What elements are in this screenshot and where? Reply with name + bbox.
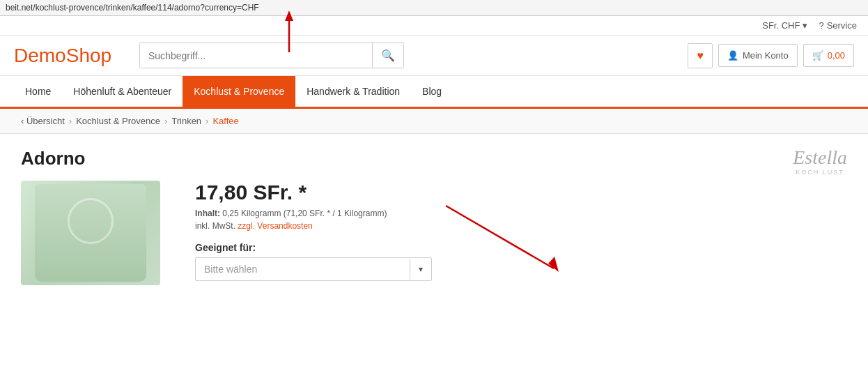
product-left: Adorno 17,80 SFr. * Inhalt: 0,25 Kilogra…	[21, 148, 847, 285]
top-bar: SFr. CHF ▾ ? Service	[0, 16, 868, 36]
service-label: Service	[827, 20, 857, 31]
product-meta-content: Inhalt: 0,25 Kilogramm (71,20 SFr. * / 1…	[195, 209, 847, 218]
content-label: Inhalt:	[195, 209, 220, 218]
question-icon: ?	[819, 20, 823, 31]
breadcrumb: ‹ Übersicht › Kochlust & Provence › Trin…	[0, 109, 868, 134]
brand-logo-sub: KOCH LUST	[793, 169, 847, 176]
breadcrumb-trinken[interactable]: Trinken	[171, 116, 201, 126]
main-nav: Home Höhenluft & Abenteuer Kochlust & Pr…	[0, 76, 868, 109]
header: DemoShop 🔍 ♥ 👤 Mein Konto 🛒 0,00	[0, 36, 868, 76]
nav-item-home[interactable]: Home	[14, 76, 62, 107]
account-button[interactable]: 👤 Mein Konto	[718, 44, 798, 67]
brand-logo-text: Estella	[793, 148, 847, 167]
heart-icon: ♥	[697, 50, 704, 61]
cart-icon: 🛒	[812, 50, 823, 61]
brand-logo: Estella KOCH LUST	[793, 148, 847, 176]
url-bar: beit.net/kochlust-provence/trinken/kaffe…	[0, 0, 868, 16]
currency-selector[interactable]: SFr. CHF ▾	[762, 20, 807, 31]
search-button[interactable]: 🔍	[372, 43, 403, 68]
logo-demo: Demo	[14, 45, 66, 66]
search-icon: 🔍	[381, 50, 395, 61]
logo[interactable]: DemoShop	[14, 45, 125, 67]
user-icon: 👤	[727, 50, 738, 61]
shipping-link[interactable]: zzgl. Versandkosten	[238, 221, 312, 231]
geeignet-select[interactable]: Bitte wählen	[196, 258, 410, 280]
product-details: 17,80 SFr. * Inhalt: 0,25 Kilogramm (71,…	[195, 181, 847, 285]
tax-label: inkl. MwSt.	[195, 221, 235, 231]
chevron-down-icon: ▾	[410, 259, 431, 280]
breadcrumb-current: Kaffee	[212, 116, 238, 126]
product-image-container	[21, 181, 174, 285]
logo-shop: Shop	[66, 45, 111, 66]
chevron-down-icon: ▾	[803, 20, 807, 31]
product-content: 17,80 SFr. * Inhalt: 0,25 Kilogramm (71,…	[21, 181, 847, 285]
product-price: 17,80 SFr. *	[195, 181, 847, 204]
breadcrumb-kochlust[interactable]: Kochlust & Provence	[76, 116, 160, 126]
wishlist-button[interactable]: ♥	[688, 43, 713, 68]
nav-item-handwerk[interactable]: Handwerk & Tradition	[295, 76, 411, 107]
product-image-bag	[35, 184, 146, 282]
search-bar: 🔍	[139, 43, 404, 68]
nav-item-kochlust[interactable]: Kochlust & Provence	[183, 76, 295, 107]
currency-label: SFr. CHF	[762, 20, 800, 31]
header-actions: ♥ 👤 Mein Konto 🛒 0,00	[688, 43, 854, 68]
nav-item-hoehenluft[interactable]: Höhenluft & Abenteuer	[62, 76, 183, 107]
service-link[interactable]: ? Service	[819, 20, 857, 31]
product-meta-shipping: inkl. MwSt. zzgl. Versandkosten	[195, 221, 847, 231]
content-value: 0,25 Kilogramm (71,20 SFr. * / 1 Kilogra…	[222, 209, 387, 218]
product-title: Adorno	[21, 148, 847, 169]
field-label: Geeignet für:	[195, 242, 847, 253]
cart-button[interactable]: 🛒 0,00	[803, 44, 854, 67]
product-area: Estella KOCH LUST Adorno 17,80 SFr. * In…	[0, 134, 868, 299]
breadcrumb-back[interactable]: ‹ Übersicht	[21, 116, 65, 126]
search-input[interactable]	[140, 43, 372, 68]
select-container: Bitte wählen ▾	[195, 257, 432, 281]
nav-item-blog[interactable]: Blog	[411, 76, 453, 107]
product-image	[21, 181, 160, 285]
url-text: beit.net/kochlust-provence/trinken/kaffe…	[6, 3, 259, 13]
cart-amount: 0,00	[828, 50, 845, 61]
account-label: Mein Konto	[743, 50, 789, 61]
